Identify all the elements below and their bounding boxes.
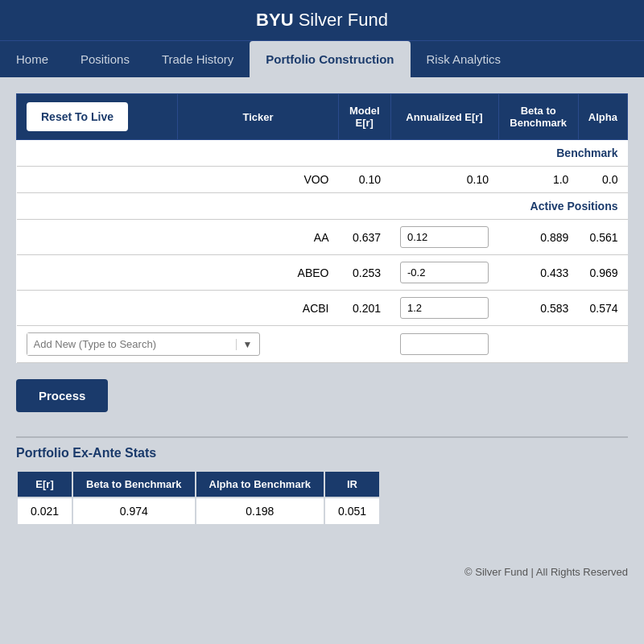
beta-column-header: Beta to Benchmark xyxy=(498,94,578,140)
table-row: ACBI 0.201 0.583 0.574 xyxy=(17,291,628,326)
process-section: Process xyxy=(16,363,628,428)
stats-alpha-header: Alpha to Benchmark xyxy=(196,471,324,497)
nav-bar: Home Positions Trade History Portfolio C… xyxy=(0,40,644,77)
row-beta-abeo: 0.433 xyxy=(498,255,578,291)
stats-ir-header: IR xyxy=(324,471,380,497)
annualized-er-column-header: Annualized E[r] xyxy=(390,94,498,140)
dropdown-icon[interactable]: ▼ xyxy=(236,339,259,350)
add-new-row: ▼ xyxy=(17,326,628,363)
row-beta-aa: 0.889 xyxy=(498,220,578,255)
row-model-er-acbi: 0.201 xyxy=(339,291,391,326)
add-new-annualized-er-input[interactable] xyxy=(400,333,489,355)
add-new-container: ▼ xyxy=(27,332,260,356)
active-positions-label: Active Positions xyxy=(17,193,628,220)
reset-header-cell: Reset To Live xyxy=(17,94,178,140)
benchmark-ticker: VOO xyxy=(178,167,339,193)
row-ticker-acbi: ACBI xyxy=(178,291,339,326)
benchmark-model-er: 0.10 xyxy=(339,167,391,193)
main-content: Reset To Live Ticker Model E[r] Annualiz… xyxy=(0,77,644,542)
row-alpha-abeo: 0.969 xyxy=(578,255,627,291)
app-header: BYU Silver Fund xyxy=(0,0,644,40)
portfolio-table: Reset To Live Ticker Model E[r] Annualiz… xyxy=(16,93,628,363)
divider xyxy=(16,436,628,438)
stats-beta-header: Beta to Benchmark xyxy=(72,471,195,497)
benchmark-alpha: 0.0 xyxy=(578,167,627,193)
row-annualized-er-input-acbi[interactable] xyxy=(400,297,489,319)
stats-row: 0.021 0.974 0.198 0.051 xyxy=(17,497,380,525)
footer-text: © Silver Fund | All Rights Reserved xyxy=(464,566,628,578)
ticker-column-header: Ticker xyxy=(178,94,339,140)
row-model-er-aa: 0.637 xyxy=(339,220,391,255)
portfolio-table-container: Reset To Live Ticker Model E[r] Annualiz… xyxy=(16,93,628,363)
stats-er-header: E[r] xyxy=(17,471,72,497)
reset-to-live-button[interactable]: Reset To Live xyxy=(27,102,128,131)
stats-ir-value: 0.051 xyxy=(324,497,380,525)
row-alpha-aa: 0.561 xyxy=(578,220,627,255)
app-title: Silver Fund xyxy=(294,10,388,30)
stats-section: Portfolio Ex-Ante Stats E[r] Beta to Ben… xyxy=(16,446,628,526)
nav-risk-analytics[interactable]: Risk Analytics xyxy=(411,41,518,77)
table-row: AA 0.637 0.889 0.561 xyxy=(17,220,628,255)
alpha-column-header: Alpha xyxy=(578,94,627,140)
stats-table: E[r] Beta to Benchmark Alpha to Benchmar… xyxy=(16,470,381,526)
stats-er-value: 0.021 xyxy=(17,497,72,525)
nav-trade-history[interactable]: Trade History xyxy=(146,41,250,77)
brand-name: BYU xyxy=(256,10,293,30)
row-annualized-er-input-aa[interactable] xyxy=(400,226,489,248)
footer: © Silver Fund | All Rights Reserved xyxy=(0,558,644,586)
row-ticker-abeo: ABEO xyxy=(178,255,339,291)
nav-positions[interactable]: Positions xyxy=(64,41,146,77)
row-annualized-er-input-abeo[interactable] xyxy=(400,262,489,283)
benchmark-label: Benchmark xyxy=(17,140,628,167)
nav-portfolio-construction[interactable]: Portfolio Construction xyxy=(250,41,410,77)
row-model-er-abeo: 0.253 xyxy=(339,255,391,291)
stats-beta-value: 0.974 xyxy=(72,497,195,525)
active-positions-section-header: Active Positions xyxy=(17,193,628,220)
row-ticker-aa: AA xyxy=(178,220,339,255)
row-alpha-acbi: 0.574 xyxy=(578,291,627,326)
benchmark-row: VOO 0.10 0.10 1.0 0.0 xyxy=(17,167,628,193)
nav-home[interactable]: Home xyxy=(0,41,64,77)
benchmark-section-header: Benchmark xyxy=(17,140,628,167)
row-beta-acbi: 0.583 xyxy=(498,291,578,326)
add-new-input[interactable] xyxy=(27,333,236,355)
table-row: ABEO 0.253 0.433 0.969 xyxy=(17,255,628,291)
benchmark-annualized-er: 0.10 xyxy=(390,167,498,193)
model-er-column-header: Model E[r] xyxy=(339,94,391,140)
stats-title: Portfolio Ex-Ante Stats xyxy=(16,446,628,460)
stats-alpha-value: 0.198 xyxy=(196,497,324,525)
process-button[interactable]: Process xyxy=(16,379,108,412)
benchmark-beta: 1.0 xyxy=(498,167,578,193)
